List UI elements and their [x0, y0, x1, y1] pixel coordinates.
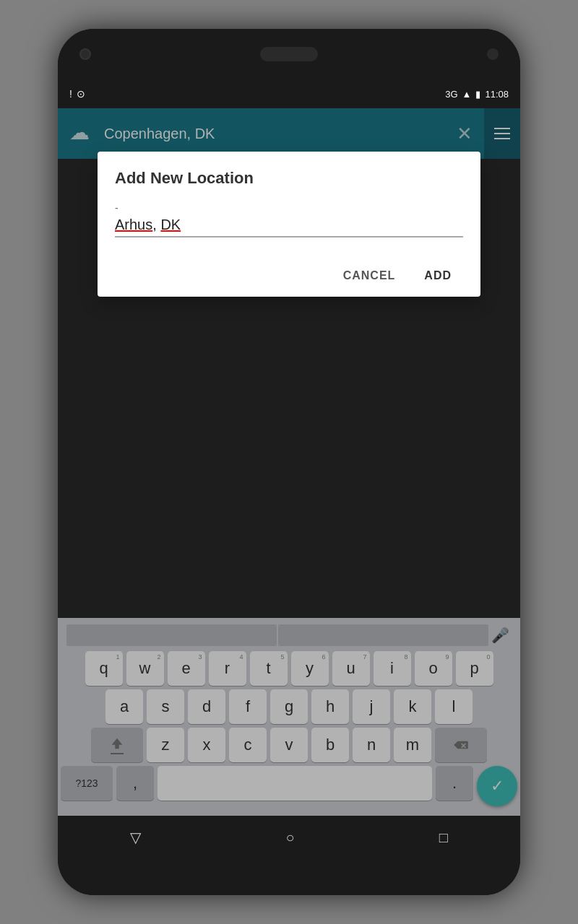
add-button[interactable]: ADD: [413, 261, 463, 291]
dialog-actions: CANCEL ADD: [115, 255, 463, 297]
battery-icon: ▮: [475, 89, 480, 100]
dialog-input-container[interactable]: Arhus, DK: [115, 217, 463, 237]
sensor: [487, 48, 499, 60]
network-indicator: 3G: [445, 89, 457, 100]
dialog-label: -: [115, 202, 463, 214]
add-location-dialog: Add New Location - Arhus, DK CANCEL ADD: [98, 152, 480, 297]
input-separator: ,: [152, 217, 160, 232]
status-right: 3G ▲ ▮ 11:08: [445, 89, 509, 100]
dialog-overlay: Add New Location - Arhus, DK CANCEL ADD: [58, 108, 520, 816]
signal-icon: ▲: [462, 89, 472, 100]
input-city: Arhus: [115, 217, 152, 232]
back-button[interactable]: ▽: [130, 829, 141, 846]
notification-icon2: ⊙: [77, 88, 85, 100]
phone-bottom: [58, 859, 520, 895]
screen-content: ☁ Copenhagen, DK ✕ Add New Location - Ar…: [58, 108, 520, 816]
status-left: ! ⊙: [69, 88, 85, 100]
speaker: [260, 47, 318, 61]
notification-icon1: !: [69, 88, 72, 100]
phone-frame: ! ⊙ 3G ▲ ▮ 11:08 ☁ Copenhagen, DK ✕: [58, 29, 520, 895]
home-button[interactable]: ○: [285, 829, 294, 846]
clock: 11:08: [485, 89, 509, 100]
phone-top-decoration: [58, 29, 520, 79]
front-camera: [79, 48, 91, 60]
dialog-input-value: Arhus, DK: [115, 217, 463, 233]
status-bar: ! ⊙ 3G ▲ ▮ 11:08: [58, 79, 520, 108]
recents-button[interactable]: □: [439, 829, 448, 846]
cancel-button[interactable]: CANCEL: [332, 261, 407, 291]
dialog-title: Add New Location: [115, 169, 463, 188]
navigation-bar: ▽ ○ □: [58, 816, 520, 859]
input-country: DK: [160, 217, 181, 232]
